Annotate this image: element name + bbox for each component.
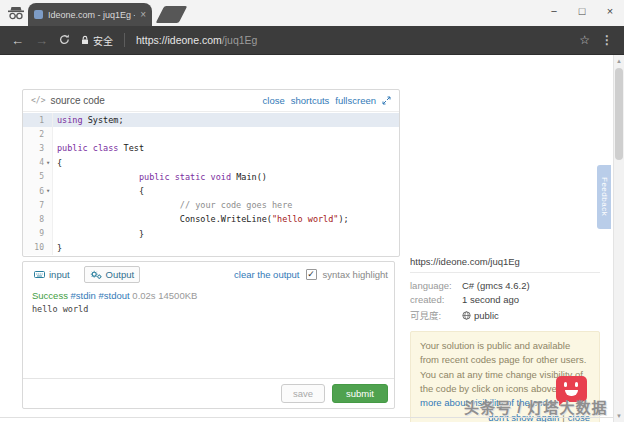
line-gutter: 6▾	[23, 184, 53, 198]
line-number: 10	[23, 243, 44, 252]
submit-button[interactable]: submit	[332, 384, 388, 403]
fold-arrow-icon[interactable]: ▾	[44, 187, 52, 195]
editor-actions: closeshortcutsfullscreen	[263, 95, 391, 106]
code-text: public static void Main()	[53, 170, 267, 184]
line-gutter: 2	[23, 127, 53, 141]
info-label: created:	[410, 294, 462, 305]
browser-titlebar: Ideone.com - juq1Eg - O × − □ ×	[0, 0, 624, 26]
browser-tab[interactable]: Ideone.com - juq1Eg - O ×	[28, 3, 152, 26]
status-time: 0.02s	[132, 290, 155, 301]
gears-icon	[90, 270, 102, 280]
code-line[interactable]: 8 Console.WriteLine("hello world");	[23, 212, 399, 226]
page-scrollbar[interactable]: ▲ ▼	[613, 55, 624, 422]
scrollbar-thumb[interactable]	[615, 68, 623, 160]
output-tab-label: input	[49, 269, 70, 280]
line-gutter: 8	[23, 212, 53, 226]
stdout-link[interactable]: #stdout	[99, 290, 130, 301]
fold-arrow-icon[interactable]: ▾	[44, 159, 52, 167]
globe-icon[interactable]	[462, 311, 471, 320]
code-line[interactable]: 7 // your code goes here	[23, 198, 399, 212]
stdout-text: hello world	[32, 303, 385, 317]
info-value: 1 second ago	[462, 294, 519, 305]
output-tab-label: Output	[106, 269, 135, 280]
line-number: 5	[23, 172, 44, 181]
tab-title: Ideone.com - juq1Eg - O	[48, 10, 135, 20]
bookmark-star-icon[interactable]: ☆	[579, 33, 590, 47]
info-row: language:C# (gmcs 4.6.2)	[410, 280, 600, 291]
line-number: 8	[23, 215, 44, 224]
save-button[interactable]: save	[281, 384, 325, 403]
editor-title: source code	[50, 95, 104, 106]
line-gutter: 1	[23, 113, 53, 127]
editor-action-fullscreen[interactable]: fullscreen	[335, 95, 376, 106]
syntax-highlight-checkbox[interactable]: ✓	[306, 269, 317, 280]
logo-eye	[575, 382, 578, 387]
tab-close-icon[interactable]: ×	[140, 10, 146, 20]
url-host: https://ideone.com	[136, 34, 222, 46]
new-tab-button[interactable]	[156, 6, 188, 23]
line-gutter: 7	[23, 198, 53, 212]
line-gutter: 9	[23, 227, 53, 241]
code-text: // your code goes here	[53, 198, 292, 212]
back-icon[interactable]: ←	[11, 34, 24, 47]
line-number: 9	[23, 229, 44, 238]
reload-icon[interactable]	[59, 34, 70, 47]
paste-url[interactable]: https://ideone.com/juq1Eg	[410, 256, 600, 273]
security-indicator[interactable]: 安全	[81, 33, 113, 48]
minimize-button[interactable]: −	[540, 0, 568, 24]
output-header: inputOutput clear the output ✓ syntax hi…	[23, 262, 394, 284]
info-label: 可見度:	[410, 308, 462, 322]
fold-spacer	[44, 201, 52, 209]
code-text: using System;	[53, 113, 124, 127]
code-text: public class Test	[53, 141, 144, 155]
page-content: </> source code closeshortcutsfullscreen…	[0, 55, 624, 422]
code-icon: </>	[31, 96, 45, 105]
line-number: 1	[23, 116, 44, 125]
code-text: }	[53, 241, 62, 255]
logo-eye	[564, 382, 567, 387]
code-line[interactable]: 5 public static void Main()	[23, 170, 399, 184]
run-status-line: Success #stdin #stdout 0.02s 14500KB	[32, 290, 385, 301]
forward-icon[interactable]: →	[35, 34, 48, 47]
watermark-text: 头条号 / 灯塔大数据	[464, 396, 608, 417]
scroll-down-icon[interactable]: ▼	[614, 413, 624, 419]
code-line[interactable]: 6▾ {	[23, 184, 399, 198]
output-body: Success #stdin #stdout 0.02s 14500KB hel…	[23, 284, 394, 323]
output-tab-input[interactable]: input	[29, 267, 75, 282]
code-lines: 1 using System;2 3 public class Test4▾{5…	[23, 113, 399, 255]
line-number: 7	[23, 201, 44, 210]
clear-output-link[interactable]: clear the output	[234, 269, 300, 280]
code-line[interactable]: 2	[23, 127, 399, 141]
scroll-up-icon[interactable]: ▲	[614, 58, 624, 64]
editor-action-shortcuts[interactable]: shortcuts	[291, 95, 330, 106]
code-line[interactable]: 4▾{	[23, 156, 399, 170]
lock-icon	[81, 35, 89, 45]
tab-favicon	[34, 10, 43, 19]
info-label: language:	[410, 280, 462, 291]
info-value: C# (gmcs 4.6.2)	[462, 280, 530, 291]
code-line[interactable]: 1 using System;	[23, 113, 399, 127]
fold-spacer	[44, 116, 52, 124]
address-input[interactable]: https://ideone.com/juq1Eg	[136, 34, 568, 46]
code-text	[53, 127, 62, 141]
fullscreen-expand-icon[interactable]	[382, 96, 391, 105]
maximize-button[interactable]: □	[568, 0, 596, 24]
fold-spacer	[44, 144, 52, 152]
code-line[interactable]: 10 }	[23, 241, 399, 255]
code-editor[interactable]: 1 using System;2 3 public class Test4▾{5…	[23, 112, 399, 256]
window-controls: − □ ×	[540, 0, 624, 24]
output-tab-output[interactable]: Output	[84, 266, 141, 283]
line-number: 6	[23, 187, 44, 196]
close-window-button[interactable]: ×	[596, 0, 624, 24]
browser-menu-icon[interactable]: ⋮	[601, 33, 613, 47]
status-result: Success	[32, 290, 68, 301]
page-footer-divider	[0, 417, 613, 418]
editor-action-close[interactable]: close	[263, 95, 285, 106]
code-line[interactable]: 9 }	[23, 227, 399, 241]
feedback-tab[interactable]: Feedback	[597, 165, 611, 229]
fold-spacer	[44, 215, 52, 223]
code-text: }	[53, 227, 144, 241]
code-line[interactable]: 3 public class Test	[23, 141, 399, 155]
stdin-link[interactable]: #stdin	[71, 290, 96, 301]
output-header-right: clear the output ✓ syntax highlight	[234, 269, 388, 280]
